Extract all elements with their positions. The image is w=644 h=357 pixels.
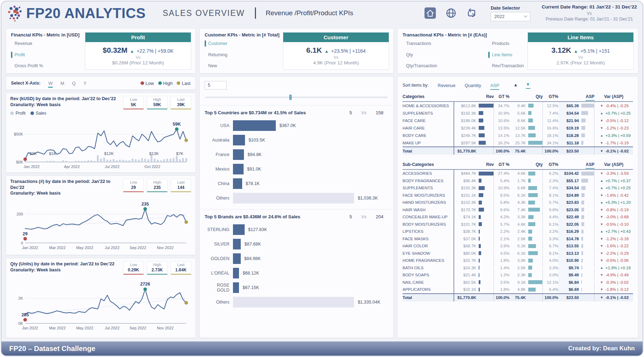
column-header-asp[interactable]: ASP: [558, 162, 594, 167]
column-header-gt-[interactable]: GT %: [494, 94, 509, 99]
table-row[interactable]: HAIR COLOR$68.7K3.9%5.1K6.7%$13.55▼-1.6%…: [403, 242, 633, 250]
bar-row-golden[interactable]: GOLDEN$84.98K: [205, 253, 388, 264]
sort-ascending-icon[interactable]: ▲: [513, 82, 518, 88]
table-row[interactable]: SUPPLEMENTS$192.3K10.9%5.6K7.4%$34.54▲+0…: [403, 184, 633, 192]
kpi-menu-item-revenue[interactable]: Revenue: [11, 40, 81, 47]
bar-row-china[interactable]: China$78.1K: [205, 178, 388, 189]
bar-row-usa[interactable]: USA$367.0K: [205, 120, 388, 131]
kpi-menu-item-qty[interactable]: Qty: [403, 52, 441, 58]
kpi-menu-item-profit[interactable]: Profit: [11, 52, 81, 58]
column-header-categories[interactable]: Categories: [403, 94, 454, 99]
rev-bar-cell: [476, 286, 494, 293]
high-stat: High235: [147, 179, 167, 192]
top-n-input[interactable]: [205, 81, 227, 90]
column-header-gt-[interactable]: GT%: [543, 94, 558, 99]
date-selector-dropdown[interactable]: 2022: [491, 12, 530, 21]
bar-row-sterling[interactable]: STERLING$127.83K: [205, 224, 388, 235]
qty-line-chart[interactable]: 0K2KJan 2022Mar 2022May 2022Jul 2022Sep …: [10, 275, 191, 336]
table-row[interactable]: HAIR WASH$170.7K9.6%7.4K9.8%$23.05▼-0.8%…: [403, 206, 633, 214]
kpi-menu-item-transactions[interactable]: Transactions: [403, 40, 441, 47]
home-icon[interactable]: [424, 7, 436, 19]
rev-line-chart[interactable]: $0K$50KJan 2022Apr 2022Jul 2022Oct 2022$…: [10, 116, 191, 171]
sort-descending-icon[interactable]: ▼: [526, 82, 530, 89]
slider-track[interactable]: [205, 97, 388, 98]
table-row[interactable]: HAIR CARE$239.4K13.5%12.5K16.6%$19.19▼-1…: [403, 124, 633, 132]
column-header-qty[interactable]: Qty: [509, 162, 543, 167]
sort-option-revenue[interactable]: Revenue: [438, 83, 455, 89]
transactions-line-chart[interactable]: 0200Jan 2022Mar 2022May 2022Jul 2022Sep …: [10, 196, 191, 253]
bar-row-mexico[interactable]: Mexico$91.0K: [205, 164, 388, 174]
kpi-menu-item-rev-transaction[interactable]: Rev/Transaction: [488, 63, 524, 69]
table-row[interactable]: HAND MOISTURIZERS$102.3K5.8%4.3K5.7%$23.…: [403, 199, 633, 206]
bar-row-silver[interactable]: SILVER$87.68K: [205, 239, 388, 249]
column-header-gt-[interactable]: GT %: [494, 162, 509, 167]
bar-row-l-or-al[interactable]: L'ORÉAL$68.12K: [205, 268, 388, 278]
x-axis-option-y[interactable]: Y: [84, 81, 87, 87]
var-cell: ▲+3.3% | +0.59: [594, 133, 633, 138]
bar-row-others[interactable]: Others$1,036.3K: [205, 193, 388, 203]
column-header-sub-categories[interactable]: Sub-Categories: [403, 162, 454, 167]
table-row[interactable]: CONCEALER MAKE-UP$74.1K4.2%3.3K4.4%$22.4…: [403, 213, 633, 221]
table-row[interactable]: LIPSTICKS$38.7K2.2%2.4K3.2%$16.29▲+2.7% …: [403, 228, 633, 235]
bar-row-france[interactable]: France$94.8K: [205, 149, 388, 160]
sync-icon[interactable]: [466, 7, 477, 19]
globe-icon[interactable]: [445, 7, 457, 19]
var-cell: ▼-1.6% | -0.42: [594, 193, 633, 197]
rev-value: $249.7K: [454, 133, 476, 138]
column-header-gt-[interactable]: GT%: [543, 162, 558, 167]
table-row[interactable]: SUPPLEMENTS$192.3K10.9%5.6K7.4%$34.54▲+0…: [403, 109, 633, 117]
table-row[interactable]: MAKE UP$287.5K16.2%25.7K34.1%$11.18▼-1.7…: [403, 139, 633, 146]
kpi-menu-item-line-items[interactable]: Line Items: [488, 52, 524, 58]
bar-row-rose-gold[interactable]: ROSE GOLD$67.15K: [205, 282, 388, 293]
qty-value: 5.6K: [509, 111, 526, 115]
rev-bar: [479, 266, 479, 270]
column-header-rev[interactable]: Rev: [454, 162, 494, 167]
table-row[interactable]: HOME FRAGRANCES$32.7K1.8%3.0K4.0%$10.90▼…: [403, 257, 633, 264]
qty-bar: [528, 126, 535, 130]
column-header-rev[interactable]: Rev: [454, 94, 494, 99]
x-axis-option-w[interactable]: W: [48, 81, 52, 88]
kpi-menu-item-customer[interactable]: Customer: [205, 40, 279, 47]
table-row[interactable]: BODY SOAPS$21.4K1.2%2.3K3.0%$9.49▼-4.9% …: [403, 271, 633, 279]
rev-bar-cell: [476, 257, 494, 264]
countries-counts: 5 Vs 158: [349, 110, 388, 115]
asp-bar-cell: [579, 177, 594, 185]
var-cell: ▼-2.2% | -0.29: [594, 251, 633, 255]
profit-bar: [30, 161, 32, 162]
kpi-menu-item-returning[interactable]: Returning: [205, 52, 279, 58]
bar-row-others[interactable]: Others$1,335.04K: [205, 297, 388, 307]
table-row[interactable]: BODY MOISTURIZERS$101.7K5.7%4.6K6.1%$22.…: [403, 221, 633, 228]
table-row[interactable]: EYE SHADOW$80.0K4.5%6.1K8.1%$13.13▼-2.2%…: [403, 250, 633, 257]
column-header-qty[interactable]: Qty: [509, 94, 543, 99]
x-axis-option-m[interactable]: M: [61, 81, 64, 87]
bar-row-australia[interactable]: Australia$103.5K: [205, 135, 388, 145]
table-row[interactable]: HOME & ACCESSORIES$613.8K34.7%9.4K12.5%$…: [403, 102, 633, 109]
x-axis-option-q[interactable]: Q: [72, 81, 76, 87]
table-row[interactable]: BODY FRAGRANCES$96.4K5.4%1.7K2.3%$55.17▲…: [403, 177, 633, 185]
asp-bar-cell: [579, 102, 594, 109]
kpi-menu-item-qty-transaction[interactable]: Qty/Transaction: [403, 63, 441, 69]
kpi-menu-item-gross-profit-[interactable]: Gross Profit %: [11, 63, 81, 69]
table-row[interactable]: FACE CARE$188.0K10.6%8.6K11.4%$21.94▼-0.…: [403, 117, 633, 124]
x-tick-label: Nov 2022: [157, 326, 173, 330]
bar-value: $103.5K: [249, 138, 265, 143]
table-row[interactable]: APPLICATORS$32.1K1.8%4.8K6.4%$6.69▼-1.8%…: [403, 286, 633, 293]
table-row[interactable]: BATH OILS$24.3K1.4%2.5K3.3%$9.74▲+1.9% |…: [403, 264, 633, 272]
kpi-menu-item-products[interactable]: Products: [488, 40, 524, 47]
kpi-menu-item-new[interactable]: New: [205, 63, 279, 69]
table-row[interactable]: BODY CARE$249.7K14.1%13.7K18.1%$18.28▲+3…: [403, 132, 633, 139]
column-header-asp[interactable]: ASP: [558, 94, 594, 99]
table-row[interactable]: ACCESSORIES$484.7K27.4%4.6K6.2%$104.42▼-…: [403, 170, 633, 177]
table-row[interactable]: NAIL CARE$62.5K3.5%9.1K12.1%$6.84▼-0.3% …: [403, 279, 633, 286]
column-header-var-asp-[interactable]: Var (ASP): [594, 162, 633, 167]
sort-option-asp[interactable]: ASP: [490, 83, 499, 90]
top-n-slider[interactable]: [205, 94, 388, 100]
bar-value: $367.0K: [279, 123, 296, 128]
column-header-var-asp-[interactable]: Var (ASP): [594, 94, 633, 99]
table-row[interactable]: FACE MASKS$37.0K2.1%2.5K3.3%$14.78▼-1.2%…: [403, 235, 633, 243]
subcategories-table-header: Sub-CategoriesRevGT %QtyGT%ASPVar (ASP): [403, 160, 633, 169]
slider-handle[interactable]: [289, 94, 292, 100]
sort-option-quantity[interactable]: Quantity: [465, 83, 481, 89]
table-row[interactable]: FACE MOISTURIZERS$151.1K8.5%6.1K8.1%$24.…: [403, 192, 633, 199]
qty-value: 1.7K: [509, 179, 526, 183]
